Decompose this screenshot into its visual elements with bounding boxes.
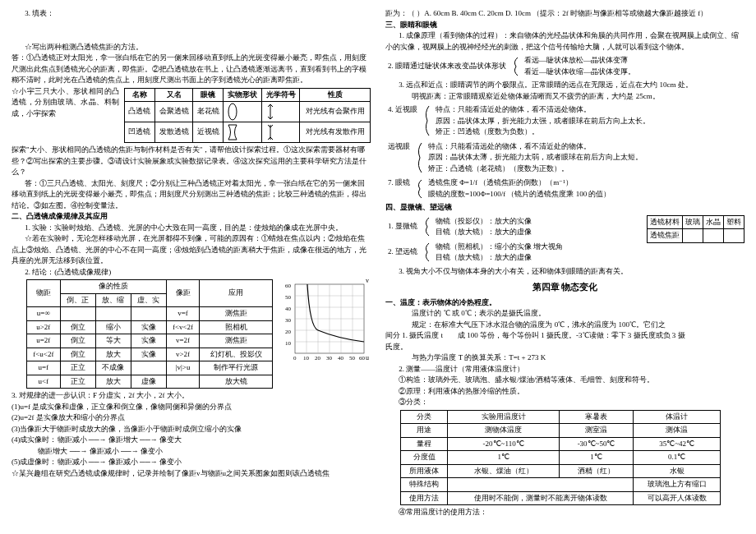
temp-def: 规定：在标准大气压下冰水混合物的温度为 0℃，沸水的温度为 100℃。它们之 [385, 320, 744, 331]
temp-unit: 温度计的 ℃ 或 0℃；表示的是摄氏温度。 [385, 308, 744, 320]
answer1: 答：①凸透镜正对太阳光，拿一张白纸在它的另一侧来回移动直到纸上的光斑变得最小最亮… [12, 53, 371, 86]
vu-graph: v 6050 4030 2010 0 1020 3040 5060 u [280, 278, 371, 368]
svg-text:40: 40 [285, 306, 292, 312]
section-3-title: 三、眼睛和眼镜 [385, 20, 744, 31]
explore-answer: 答：①三只凸透镜、太阳光、刻度尺；②分别让三种凸透镜正对着太阳光，拿一张白纸在它… [12, 178, 371, 212]
svg-text:10: 10 [303, 355, 310, 361]
section-4-title: 四、显微镜、望远镜 [385, 202, 744, 214]
eye-principle: 1. 成像原理（看到物体的过程）：来自物体的光经晶状体和角膜的共同作用，会聚在视… [385, 30, 744, 53]
thermometer-table: 分类实验用温度计寒暑表体温计 用途测物体温度测室温测体温 量程-20℃~110℃… [400, 410, 721, 506]
temp-kelvin: 与热力学温度 T 的换算关系：T=t + 273 K [385, 352, 744, 364]
explore-question: 探索"大小、形状相同的凸透镜的焦距与制作材料是否有关"，请帮他设计探索过程。①这… [12, 145, 371, 178]
brace-icon [422, 104, 431, 137]
microscope-brace: 1. 显微镜 物镜（投影仪）：放大的实像目镜（放大镜）：放大的虚像 [385, 215, 534, 239]
two-methods: ☆写出两种粗测凸透镜焦距的方法。 [12, 42, 371, 53]
thermometer-principle: ②原理：利用液体的热胀冷缩的性质。 [385, 386, 744, 398]
svg-text:50: 50 [349, 355, 356, 361]
concave-symbol-icon [261, 122, 300, 143]
svg-point-0 [228, 104, 237, 120]
ciliary-brace: 2. 眼睛通过睫状体来改变晶状体形状 看远—睫状体放松—晶状体变薄看近—睫状体收… [385, 54, 638, 78]
rule-3: 3. 对规律的进一步认识：F 分虚实，2f 大小，2f 大小。 [12, 390, 371, 402]
svg-text:10: 10 [285, 340, 292, 347]
svg-text:u: u [366, 354, 369, 361]
svg-text:30: 30 [285, 317, 292, 324]
temperature-heading: 一、温度：表示物体的冷热程度。 [385, 297, 744, 309]
convex-shape-icon [224, 102, 262, 122]
thermometer: 2. 测量——温度计（常用液体温度计） [385, 364, 744, 375]
concave-shape-icon [224, 122, 262, 143]
thermometer-struct: ①构造：玻璃外壳、玻璃泡、盛水银/煤油/酒精等液体、毛细管、刻度和符号。 [385, 375, 744, 386]
svg-text:60: 60 [285, 283, 292, 289]
lens-material-table: 透镜材料玻璃水晶塑料 透镜焦距 [647, 215, 744, 243]
myopia-brace: 4. 近视眼 特点：只能看清近处的物体，看不清远处物体。原因：晶状体太厚，折光能… [385, 104, 652, 139]
brace-icon [422, 242, 431, 263]
brace-icon [415, 178, 423, 200]
imaging-rules-table: 物距像的性质像距应用 倒、正放、缩虚、实 u=∞v=f测焦距 u>2f倒立缩小实… [26, 279, 273, 389]
svg-text:60: 60 [359, 355, 366, 361]
temp-celsius: 间分 1. 摄氏温度 t 成 100 等份，每个等份叫 1 摄氏度。-3℃读做：… [385, 330, 744, 342]
no-image-reasons: ☆若在实验时，无论怎样移动光屏，在光屏都得不到像，可能的原因有：①蜡烛在焦点以内… [12, 233, 371, 267]
svg-text:20: 20 [315, 355, 321, 361]
svg-text:50: 50 [285, 294, 292, 301]
rule-3-2: (2)u=2f 是实像放大和缩小的分界点 [12, 412, 371, 424]
hyperopia-brace: 远视眼 特点：只能看清远处的物体，看不清近处的物体。原因：晶状体太薄，折光能力太… [385, 140, 645, 176]
glasses-brace: 7. 眼镜 透镜焦度 Φ=1/f （透镜焦距的倒数）（m⁻¹）眼镜的度数=100… [385, 177, 613, 200]
brace-icon [511, 56, 519, 77]
rule-3-5: (5)成虚像时：物距减小 ──→ 像距减小 ──→ 像变小 [12, 457, 371, 468]
svg-text:40: 40 [338, 355, 344, 361]
thermometer-types: ③分类： [385, 397, 744, 408]
svg-text:0: 0 [293, 355, 297, 361]
rule-3-4b: 物距增大 ──→ 像距减小 ──→ 像变小 [12, 446, 371, 458]
visual-angle: 3. 视角大小不仅与物体本身的大小有关，还和物体到眼睛的距离有关。 [385, 266, 744, 278]
focus-question: 距为：（ ）A. 60cm B. 40cm C. 20cm D. 10cm （提… [385, 8, 744, 20]
brace-icon [422, 216, 431, 237]
rule-3-4: (4)成实像时：物距减小 ──→ 像距增大 ──→ 像变大 [12, 435, 371, 446]
svg-text:20: 20 [285, 329, 292, 335]
temp-celsius2: 氏度。 [385, 342, 744, 353]
rule-3-3: (3)当像距大于物距时成放大的像，当像距小于物距时成倒立缩小的实像 [12, 424, 371, 435]
conclusion-label: 2. 结论：(凸透镜成像规律) [12, 267, 371, 279]
rule-3-1: (1)u=f 是成实像和虚像，正立像和倒立像，像物同侧和异侧的分界点 [12, 402, 371, 413]
item-3: 3. 填表： [12, 8, 371, 20]
far-near-point: 3. 远点和近点：眼睛调节的两个极限点。正常眼睛的远点在无限远，近点在大约 10… [385, 80, 744, 91]
svg-text:v: v [366, 278, 369, 284]
brace-icon [415, 141, 423, 174]
lens-table: 名称又名 眼镜实物形状 光学符号性质 凸透镜会聚透镜老花镜 对光线有会聚作用 凹… [124, 88, 371, 144]
svg-text:30: 30 [326, 355, 333, 361]
convex-symbol-icon [261, 102, 300, 122]
chapter-4-title: 第四章 物态变化 [385, 280, 744, 294]
group-note: ☆某兴趣组在研究凸透镜成像规律时，记录并绘制了像距v与物距u之间关系图象如图则该… [12, 468, 371, 480]
thermometer-usage: ④常用温度计的使用方法： [385, 507, 744, 518]
telescope-brace: 2. 望远镜 物镜（照相机）：缩小的实像 增大视角目镜（放大镜）：放大的虚像 [385, 241, 565, 265]
section-2-title: 二、凸透镜成像规律及其应用 [12, 211, 371, 223]
exp-setup: 1. 实验：实验时烛焰、凸透镜、光屏的中心大致在同一高度，目的是：使烛焰的像成在… [12, 223, 371, 234]
clear-distance: 明视距离：正常眼睛观察近处物体最清晰而又不疲劳的距离，大约是 25cm。 [385, 91, 744, 103]
